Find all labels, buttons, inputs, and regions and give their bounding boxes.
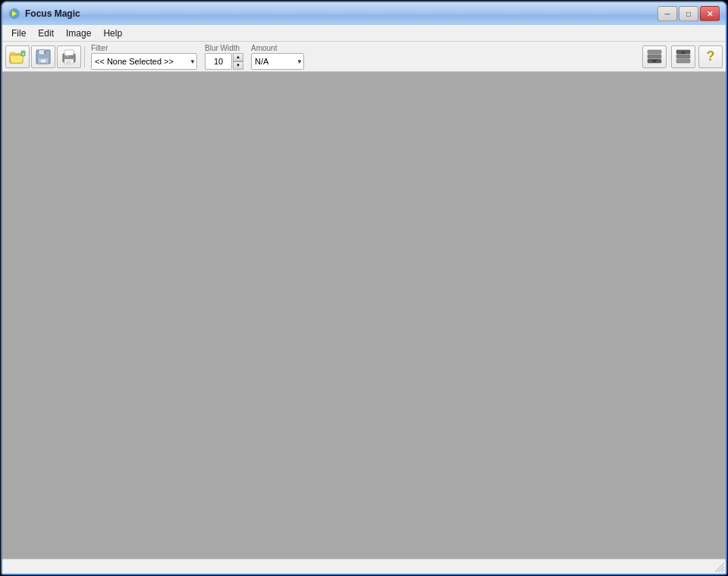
menu-help[interactable]: Help — [97, 27, 128, 40]
menu-bar: File Edit Image Help — [2, 25, 726, 42]
stack-up-button[interactable] — [671, 45, 695, 68]
amount-select-wrapper: N/A ▼ — [251, 53, 304, 70]
blur-width-label: Blur Width — [205, 44, 243, 52]
print-button[interactable] — [57, 45, 81, 68]
toolbar: + — [2, 42, 726, 72]
window-controls: ─ □ ✕ — [657, 6, 720, 21]
print-icon — [61, 49, 77, 65]
svg-line-27 — [718, 566, 724, 572]
separator-1 — [84, 46, 85, 67]
filter-group: Filter << None Selected >> Focus Fix (Ou… — [91, 44, 197, 70]
svg-line-28 — [721, 569, 724, 572]
stack-down-button[interactable] — [642, 45, 667, 68]
close-button[interactable]: ✕ — [700, 6, 720, 21]
svg-rect-10 — [44, 51, 46, 54]
minimize-button[interactable]: ─ — [657, 6, 677, 21]
help-symbol: ? — [707, 49, 715, 64]
amount-group: Amount N/A ▼ — [251, 44, 304, 70]
svg-rect-24 — [676, 59, 690, 63]
save-icon — [35, 49, 52, 65]
svg-rect-19 — [648, 55, 661, 58]
svg-rect-16 — [66, 62, 71, 63]
canvas-area — [2, 72, 726, 559]
maximize-button[interactable]: □ — [679, 6, 698, 21]
window-title: Focus Magic — [25, 8, 80, 19]
svg-rect-9 — [40, 59, 46, 63]
open-button[interactable]: + — [5, 45, 30, 68]
help-button[interactable]: ? — [698, 45, 723, 68]
stack-up-icon — [674, 49, 692, 65]
blur-spin-down[interactable]: ▼ — [233, 61, 243, 70]
menu-file[interactable]: File — [5, 27, 32, 40]
blur-input-wrapper: ▲ ▼ — [205, 53, 243, 70]
svg-rect-18 — [648, 50, 661, 54]
blur-spin-up[interactable]: ▲ — [233, 53, 243, 61]
svg-rect-23 — [676, 55, 690, 58]
app-icon — [8, 8, 20, 20]
stack-down-icon — [645, 49, 664, 65]
open-icon: + — [9, 49, 26, 64]
menu-edit[interactable]: Edit — [32, 27, 60, 40]
filter-select[interactable]: << None Selected >> Focus Fix (Out of Fo… — [91, 53, 197, 70]
title-bar: Focus Magic ─ □ ✕ — [2, 2, 726, 25]
filter-label: Filter — [91, 44, 197, 52]
amount-select[interactable]: N/A — [251, 53, 304, 70]
svg-rect-12 — [64, 50, 74, 55]
menu-image[interactable]: Image — [60, 27, 97, 40]
main-window: Focus Magic ─ □ ✕ File Edit Image Help — [1, 1, 727, 575]
svg-point-17 — [71, 55, 74, 57]
blur-width-group: Blur Width ▲ ▼ — [205, 44, 243, 70]
title-left: Focus Magic — [8, 8, 80, 20]
amount-label: Amount — [251, 44, 304, 52]
filter-select-wrapper: << None Selected >> Focus Fix (Out of Fo… — [91, 53, 197, 70]
save-button[interactable] — [31, 45, 55, 68]
svg-text:+: + — [22, 52, 25, 56]
svg-rect-15 — [66, 61, 72, 61]
svg-rect-14 — [66, 55, 68, 57]
status-bar — [2, 559, 726, 574]
blur-width-input[interactable] — [205, 53, 232, 70]
blur-spinners: ▲ ▼ — [233, 53, 243, 70]
resize-handle-icon[interactable] — [714, 562, 726, 574]
